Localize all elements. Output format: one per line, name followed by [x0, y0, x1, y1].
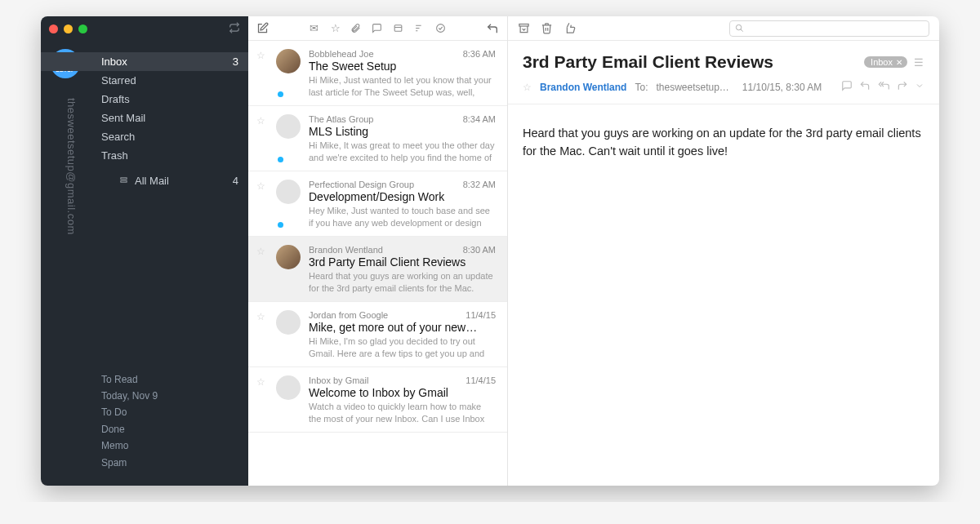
close-window-button[interactable]	[49, 24, 58, 33]
star-icon[interactable]: ☆	[256, 180, 268, 228]
message-subject: Welcome to Inbox by Gmail	[309, 386, 496, 399]
sidebar-tag[interactable]: Memo	[101, 437, 248, 454]
reader-header: 3rd Party Email Client Reviews Inbox ✕ ☰	[508, 41, 939, 77]
zoom-window-button[interactable]	[78, 24, 87, 33]
spam-button[interactable]	[564, 22, 577, 34]
star-icon[interactable]: ☆	[256, 114, 268, 162]
message-time: 8:30 AM	[463, 245, 496, 255]
sidebar-tag[interactable]: Today, Nov 9	[101, 388, 248, 404]
reader-toolbar	[508, 16, 939, 41]
trash-button[interactable]	[541, 22, 554, 34]
sender-name: Brandon Wentland	[309, 245, 383, 255]
subfolder-count: 4	[233, 175, 238, 187]
unread-dot	[278, 91, 283, 97]
reply-icon[interactable]	[486, 22, 499, 35]
message-preview: Hi Mike, It was great to meet you the ot…	[309, 140, 496, 162]
minimize-window-button[interactable]	[64, 24, 73, 33]
attachment-icon[interactable]	[350, 23, 363, 33]
message-row[interactable]: ☆Inbox by Gmail11/4/15Welcome to Inbox b…	[248, 367, 507, 433]
filter-icon[interactable]	[414, 23, 427, 33]
message-preview: Hi Mike, Just wanted to let you know tha…	[309, 74, 496, 97]
star-button[interactable]: ☆	[523, 82, 532, 93]
message-time: 8:34 AM	[463, 114, 496, 124]
sidebar-folder-starred[interactable]: Starred	[41, 71, 248, 90]
message-subject: The Sweet Setup	[309, 60, 496, 73]
folder-label: Search	[101, 131, 135, 143]
search-input[interactable]	[748, 23, 924, 34]
sender-name: Perfectional Design Group	[309, 180, 414, 189]
message-from[interactable]: Brandon Wentland	[540, 82, 626, 93]
message-to: thesweetsetup…	[656, 82, 728, 93]
window-titlebar	[41, 16, 248, 41]
message-subject: Mike, get more out of your new…	[309, 321, 496, 334]
message-time: 8:36 AM	[463, 49, 496, 59]
tag-icon[interactable]	[393, 23, 406, 33]
compose-button[interactable]	[256, 22, 270, 34]
folder-count: 3	[233, 56, 238, 68]
message-subject: MLS Listing	[309, 125, 496, 138]
message-preview: Heard that you guys are working on an up…	[309, 270, 496, 293]
sidebar-tag[interactable]: To Read	[101, 371, 248, 388]
star-icon[interactable]: ☆	[329, 22, 342, 34]
window-controls	[49, 24, 87, 33]
reader-pane: 3rd Party Email Client Reviews Inbox ✕ ☰…	[508, 16, 939, 486]
search-icon	[735, 24, 744, 33]
tags-list: To ReadToday, Nov 9To DoDoneMemoSpam	[41, 371, 248, 486]
star-icon[interactable]: ☆	[256, 375, 268, 424]
search-field[interactable]	[729, 20, 929, 37]
svg-rect-8	[519, 24, 528, 27]
message-time: 8:32 AM	[463, 180, 496, 189]
message-time: 11/4/15	[466, 375, 496, 385]
to-label: To:	[635, 82, 648, 93]
folder-label: Starred	[101, 74, 136, 87]
menu-icon[interactable]: ☰	[914, 56, 924, 69]
message-date: 11/10/15, 8:30 AM	[742, 82, 822, 93]
message-title: 3rd Party Email Client Reviews	[523, 52, 773, 72]
stack-icon	[119, 175, 128, 186]
reply-all-icon[interactable]	[877, 80, 890, 94]
sidebar-tag[interactable]: Done	[101, 421, 248, 437]
message-row[interactable]: ☆Perfectional Design Group8:32 AMDevelop…	[248, 171, 507, 237]
message-row[interactable]: ☆Jordan from Google11/4/15Mike, get more…	[248, 302, 507, 367]
sidebar-tag[interactable]: Spam	[101, 455, 248, 471]
message-row[interactable]: ☆Brandon Wentland8:30 AM3rd Party Email …	[248, 237, 507, 302]
reply-icon[interactable]	[859, 80, 871, 94]
chevron-down-icon[interactable]	[915, 80, 924, 94]
close-icon[interactable]: ✕	[896, 58, 902, 67]
folder-label: Inbox	[101, 56, 127, 68]
message-meta: ☆ Brandon Wentland To: thesweetsetup… 11…	[508, 77, 939, 104]
sync-icon[interactable]	[229, 22, 240, 36]
sender-avatar	[276, 245, 301, 269]
star-icon[interactable]: ☆	[256, 49, 268, 97]
svg-point-9	[736, 24, 741, 29]
account-email-label: thesweetsetup@gmail.com	[65, 98, 78, 235]
message-body: Heard that you guys are working on an up…	[508, 104, 939, 180]
svg-rect-0	[121, 178, 127, 180]
sender-avatar	[276, 375, 301, 400]
sender-avatar	[276, 114, 301, 139]
message-list-pane: ✉ ☆ ☆Bobblehead Joe8:36 AMThe Sweet Setu	[248, 16, 508, 486]
check-icon[interactable]	[435, 23, 448, 33]
archive-button[interactable]	[518, 22, 531, 34]
message-subject: 3rd Party Email Client Reviews	[309, 255, 496, 269]
sender-name: Jordan from Google	[309, 310, 388, 320]
sender-avatar	[276, 310, 301, 335]
sidebar-tag[interactable]: To Do	[101, 404, 248, 420]
message-row[interactable]: ☆The Atlas Group8:34 AMMLS ListingHi Mik…	[248, 106, 507, 171]
folder-label: Trash	[101, 149, 128, 162]
message-row[interactable]: ☆Bobblehead Joe8:36 AMThe Sweet SetupHi …	[248, 41, 507, 106]
svg-point-7	[436, 24, 444, 33]
star-icon[interactable]: ☆	[256, 310, 268, 358]
folder-badge[interactable]: Inbox ✕	[864, 56, 907, 68]
comment-icon[interactable]	[372, 23, 385, 33]
sender-avatar	[276, 180, 301, 204]
star-icon[interactable]: ☆	[256, 245, 268, 293]
message-subject: Development/Design Work	[309, 190, 496, 203]
svg-line-10	[741, 29, 743, 32]
conversation-icon[interactable]	[841, 80, 853, 94]
envelope-icon[interactable]: ✉	[308, 22, 321, 34]
sidebar-folder-inbox[interactable]: Inbox3	[41, 52, 248, 71]
sidebar: THE SWEET SETUP thesweetsetup@gmail.com …	[41, 16, 248, 486]
list-toolbar: ✉ ☆	[248, 16, 507, 41]
forward-icon[interactable]	[897, 80, 908, 94]
